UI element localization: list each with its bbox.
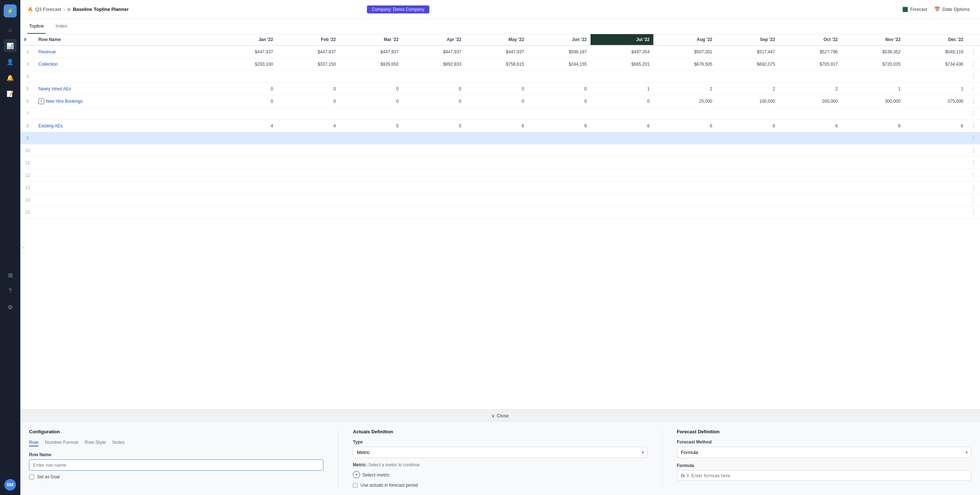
- row-menu-icon[interactable]: ⋮: [970, 209, 976, 215]
- table-row: 13⋮: [20, 181, 980, 194]
- formula-label: Formula: [677, 463, 971, 468]
- row-num: 5: [20, 83, 35, 95]
- tab-index[interactable]: Index: [54, 19, 68, 34]
- row-name: Revenue: [35, 45, 214, 58]
- type-label: Type: [353, 439, 647, 444]
- row-name-link[interactable]: New Hire Bookings: [46, 99, 83, 104]
- sidebar-icon-grid[interactable]: ⊞: [4, 269, 17, 282]
- forecast-method-label: Forecast Method: [677, 439, 971, 444]
- row-name-input[interactable]: [29, 460, 323, 471]
- col-header-dec: Dec '22: [904, 34, 967, 45]
- row-num: 8: [20, 120, 35, 132]
- row-name-link[interactable]: Revenue: [38, 49, 56, 54]
- row-name-link[interactable]: Existing AEs: [38, 123, 63, 129]
- header-actions: Forecast 📅 Date Options: [903, 5, 973, 13]
- configuration-title: Configuration: [29, 429, 323, 435]
- close-bar[interactable]: ∨ Close: [20, 410, 980, 422]
- select-metric-label: Select metric: [362, 472, 390, 477]
- row-name: Newly Hired AEs: [35, 83, 214, 95]
- use-actuals-checkbox[interactable]: [353, 483, 358, 488]
- row-menu-icon[interactable]: ⋮: [970, 123, 976, 129]
- panel-content: Configuration Row Number Format Row Styl…: [20, 422, 980, 495]
- col-header-rowname: Row Name: [35, 34, 214, 45]
- formula-input-wrapper: fx =: [677, 470, 971, 481]
- panel-tab-notes[interactable]: Notes: [113, 439, 125, 446]
- use-actuals-label: Use actuals in forecast period: [360, 483, 418, 488]
- header: 🔥 Q3 Forecast › ⊞ Baseline Topline Plann…: [20, 0, 980, 19]
- date-options-button[interactable]: 📅 Date Options: [931, 5, 973, 13]
- sidebar-icon-settings[interactable]: ⚙: [4, 301, 17, 314]
- divider-2: [662, 429, 662, 488]
- row-name: Collection: [35, 58, 214, 70]
- col-header-nov: Nov '22: [842, 34, 904, 45]
- breadcrumb-parent[interactable]: Q3 Forecast: [35, 6, 61, 12]
- configuration-tabs: Row Number Format Row Style Notes: [29, 439, 323, 446]
- row-num: 2: [20, 45, 35, 58]
- forecast-definition-title: Forecast Definition: [677, 429, 971, 435]
- sidebar-icon-alert[interactable]: 🔔: [4, 71, 17, 84]
- col-header-actions: [967, 34, 980, 45]
- sidebar-icon-home[interactable]: ⌂: [4, 23, 17, 36]
- row-menu-icon[interactable]: ⋮: [970, 110, 976, 116]
- app-logo[interactable]: ⚡: [4, 4, 17, 18]
- avatar[interactable]: BM: [4, 479, 16, 491]
- row-menu-icon[interactable]: ⋮: [970, 197, 976, 203]
- row-menu-icon[interactable]: ⋮: [970, 86, 976, 92]
- row-menu-icon[interactable]: ⋮: [970, 147, 976, 153]
- col-header-oct: Oct '22: [778, 34, 842, 45]
- type-select-wrapper: Metric: [353, 447, 647, 458]
- sidebar-icon-chart[interactable]: 📊: [4, 39, 17, 52]
- row-menu-icon[interactable]: ⋮: [970, 160, 976, 166]
- use-actuals-row: Use actuals in forecast period: [353, 483, 647, 488]
- close-label: Close: [496, 413, 509, 419]
- sidebar-icon-notes[interactable]: 📝: [4, 87, 17, 100]
- forecast-method-select[interactable]: Formula: [677, 447, 971, 458]
- row-num: 6: [20, 95, 35, 107]
- row-name-link[interactable]: Newly Hired AEs: [38, 86, 71, 91]
- row-menu-icon[interactable]: ⋮: [970, 98, 976, 104]
- breadcrumb: 🔥 Q3 Forecast › ⊞ Baseline Topline Plann…: [28, 6, 129, 12]
- col-header-jun: Jun '22: [528, 34, 590, 45]
- plus-circle-icon: +: [353, 471, 360, 478]
- expand-icon[interactable]: +: [38, 98, 44, 104]
- sidebar-icon-help[interactable]: ?: [4, 285, 17, 298]
- col-header-feb: Feb '22: [277, 34, 339, 45]
- col-header-num: #: [20, 34, 35, 45]
- row-name: + New Hire Bookings: [35, 95, 214, 107]
- row-menu-icon[interactable]: ⋮: [970, 135, 976, 141]
- table-row: 3 Collection $283,100 $337,150 $928,650 …: [20, 58, 980, 70]
- set-as-goal-row: Set as Goal: [29, 474, 323, 479]
- row-num: 4: [20, 70, 35, 83]
- formula-input[interactable]: [691, 473, 967, 478]
- metric-hint: Metric: Select a metric to continue: [353, 462, 647, 468]
- forecast-method-wrapper: Formula: [677, 447, 971, 458]
- col-header-aug: Aug '22: [653, 34, 716, 45]
- table-row: 4 ⋮: [20, 70, 980, 83]
- row-menu-icon[interactable]: ⋮: [970, 61, 976, 67]
- panel-tab-row-style[interactable]: Row Style: [84, 439, 106, 446]
- row-menu-icon[interactable]: ⋮: [970, 49, 976, 55]
- actuals-definition-title: Actuals Definition: [353, 429, 647, 435]
- row-menu-icon[interactable]: ⋮: [970, 185, 976, 191]
- row-menu-icon[interactable]: ⋮: [970, 172, 976, 178]
- col-header-apr: Apr '22: [402, 34, 465, 45]
- type-select[interactable]: Metric: [353, 447, 647, 458]
- forecast-definition-section: Forecast Definition Forecast Method Form…: [677, 429, 971, 488]
- breadcrumb-separator: ›: [64, 6, 65, 12]
- panel-tab-number-format[interactable]: Number Format: [45, 439, 78, 446]
- row-menu-icon[interactable]: ⋮: [970, 73, 976, 80]
- panel-tab-row[interactable]: Row: [29, 439, 38, 446]
- col-header-mar: Mar '22: [339, 34, 402, 45]
- set-as-goal-checkbox[interactable]: [29, 474, 34, 479]
- table-row: 10⋮: [20, 145, 980, 157]
- chevron-down-icon: ∨: [492, 413, 495, 419]
- tab-topline[interactable]: Topline: [28, 19, 45, 34]
- row-name-link[interactable]: Collection: [38, 62, 58, 67]
- main-tabs: Topline Index: [20, 19, 980, 34]
- table-row-selected[interactable]: 9 ⋮: [20, 132, 980, 145]
- col-header-may: May '22: [465, 34, 528, 45]
- select-metric-button[interactable]: + Select metric: [353, 471, 647, 478]
- sidebar-expand-handle[interactable]: ›: [20, 242, 26, 253]
- table-row: 7 ⋮: [20, 107, 980, 120]
- sidebar-icon-users[interactable]: 👤: [4, 55, 17, 68]
